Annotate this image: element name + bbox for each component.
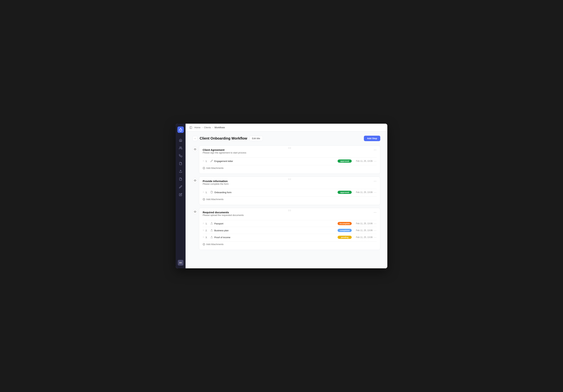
workflow-title: Client Onboarding Workflow [200, 136, 247, 140]
item-date: Feb 11, 25, 13:06 [353, 229, 372, 232]
item-drag-handle[interactable]: ⠿ [203, 236, 204, 238]
step-wrapper-1: ⠿⠿ Client Agreement Please sign the agre… [192, 145, 380, 174]
step-3-more-button[interactable]: ··· [374, 211, 377, 214]
breadcrumb-sep2: > [212, 126, 213, 129]
step-2-title: Provide information [203, 180, 229, 183]
step-3-header: Required documents Please upload the req… [203, 211, 377, 219]
step-visibility-button-3[interactable] [192, 209, 198, 214]
step-3-title: Required documents [203, 211, 244, 214]
add-attachments-button-1[interactable]: Add Attachments [203, 165, 377, 171]
breadcrumb-sep1: > [202, 126, 203, 129]
content-area: ‹ Client Onboarding Workflow Edit title … [186, 131, 387, 268]
step-3-description: Please upload the requested documents [203, 214, 244, 216]
workflow-header: ‹ Client Onboarding Workflow Edit title … [192, 136, 380, 141]
step-wrapper-2: ⠿⠿ Provide information Please complete t… [192, 177, 380, 205]
item-number: 3. [205, 236, 209, 239]
item-number: 1. [205, 191, 209, 194]
breadcrumb-home[interactable]: Home [194, 126, 201, 129]
item-status-badge: incomplete [338, 222, 352, 225]
svg-rect-3 [190, 127, 192, 129]
edit-title-button[interactable]: Edit title [249, 136, 263, 141]
item-more-button[interactable]: ··· [374, 222, 377, 225]
step-card-2: ⠿⠿ Provide information Please complete t… [199, 177, 380, 205]
item-more-button[interactable]: ··· [374, 160, 377, 162]
step-drag-handle-2[interactable]: ⠿⠿ [288, 178, 291, 181]
item-drag-handle[interactable]: ⠿ [203, 160, 204, 162]
main-content: Home > Clients > Workflows ‹ Client Onbo… [186, 124, 387, 268]
step-wrapper-3: ⠿⠿ Required documents Please upload the … [192, 208, 380, 250]
step-3-item-1: ⠿ 1. Passport incomplete Feb 11, 25, 13:… [203, 220, 377, 227]
step-2-header: Provide information Please complete the … [203, 180, 377, 188]
add-attachments-button-2[interactable]: Add Attachments [203, 196, 377, 202]
step-visibility-button-1[interactable] [192, 147, 198, 152]
sidebar-item-documents[interactable] [178, 160, 184, 167]
topbar: Home > Clients > Workflows [186, 124, 387, 131]
step-3-item-3: ⠿ 3. Proof of income pending Feb 11, 25,… [203, 234, 377, 241]
step-1-item-1: ⠿ 1. Engagement letter approved Feb 11, … [203, 157, 377, 164]
item-more-button[interactable]: ··· [374, 236, 377, 239]
item-upload-icon [210, 229, 213, 232]
step-card-1: ⠿⠿ Client Agreement Please sign the agre… [199, 145, 380, 174]
sidebar-item-users[interactable] [178, 145, 184, 151]
item-file-icon [210, 160, 213, 163]
breadcrumb-current: Workflows [215, 126, 225, 129]
breadcrumb: Home > Clients > Workflows [194, 126, 225, 129]
sidebar-item-edit[interactable] [178, 191, 184, 198]
workflow-title-section: ‹ Client Onboarding Workflow Edit title [192, 136, 263, 141]
sidebar-item-files[interactable] [178, 176, 184, 182]
user-avatar[interactable]: AK [178, 260, 183, 265]
item-upload-icon [210, 236, 213, 239]
step-2-description: Please complete the form [203, 183, 229, 185]
step-1-header: Client Agreement Please sign the agreeme… [203, 148, 377, 157]
item-more-button[interactable]: ··· [374, 191, 377, 194]
step-visibility-button-2[interactable] [192, 178, 198, 183]
item-upload-icon [210, 222, 213, 225]
sidebar-item-upload[interactable] [178, 168, 184, 174]
item-number: 1. [205, 222, 209, 225]
step-3-item-2: ⠿ 2. Business plan completed Feb 11, 25,… [203, 227, 377, 234]
add-step-button[interactable]: Add Step [364, 136, 380, 141]
svg-point-13 [195, 211, 195, 212]
step-1-more-button[interactable]: ··· [374, 148, 377, 152]
step-card-3: ⠿⠿ Required documents Please upload the … [199, 208, 380, 250]
item-date: Feb 11, 25, 13:06 [353, 160, 372, 162]
sidebar: AK [176, 124, 186, 268]
step-drag-handle-1[interactable]: ⠿⠿ [288, 147, 291, 149]
item-name: Engagement letter [214, 160, 336, 162]
step-1-description: Please sign the agreement to start proce… [203, 151, 246, 154]
item-status-badge: approved [338, 159, 352, 163]
svg-rect-0 [178, 127, 184, 133]
item-status-badge: pending [338, 236, 352, 239]
item-date: Feb 11, 25, 13:06 [353, 236, 372, 238]
svg-point-1 [180, 147, 181, 148]
item-drag-handle[interactable]: ⠿ [203, 191, 204, 194]
item-number: 2. [205, 229, 209, 232]
breadcrumb-clients[interactable]: Clients [204, 126, 211, 129]
back-button[interactable]: ‹ [192, 136, 198, 141]
svg-point-5 [195, 149, 195, 150]
step-2-item-1: ⠿ 1. Onboarding form approved Feb 11, 25… [203, 189, 377, 196]
item-name: Passport [214, 222, 336, 225]
svg-point-9 [195, 180, 195, 181]
item-more-button[interactable]: ··· [374, 229, 377, 232]
step-2-more-button[interactable]: ··· [374, 180, 377, 183]
step-1-title: Client Agreement [203, 148, 246, 151]
item-name: Business plan [214, 229, 336, 232]
step-drag-handle-3[interactable]: ⠿⠿ [288, 209, 291, 212]
sidebar-item-signatures[interactable] [178, 184, 184, 190]
item-status-badge: completed [338, 229, 352, 232]
item-number: 1. [205, 160, 209, 162]
item-status-badge: approved [338, 191, 352, 194]
item-drag-handle[interactable]: ⠿ [203, 222, 204, 225]
item-name: Proof of income [214, 236, 336, 239]
item-date: Feb 11, 25, 13:06 [353, 222, 372, 225]
item-date: Feb 11, 25, 13:06 [353, 191, 372, 194]
item-name: Onboarding form [214, 191, 336, 194]
add-attachments-button-3[interactable]: Add Attachments [203, 241, 377, 247]
sidebar-toggle-button[interactable] [188, 125, 193, 130]
app-logo [178, 127, 184, 133]
sidebar-item-home[interactable] [178, 137, 184, 144]
sidebar-item-calls[interactable] [178, 153, 184, 159]
item-doc-icon [210, 191, 213, 194]
item-drag-handle[interactable]: ⠿ [203, 229, 204, 232]
